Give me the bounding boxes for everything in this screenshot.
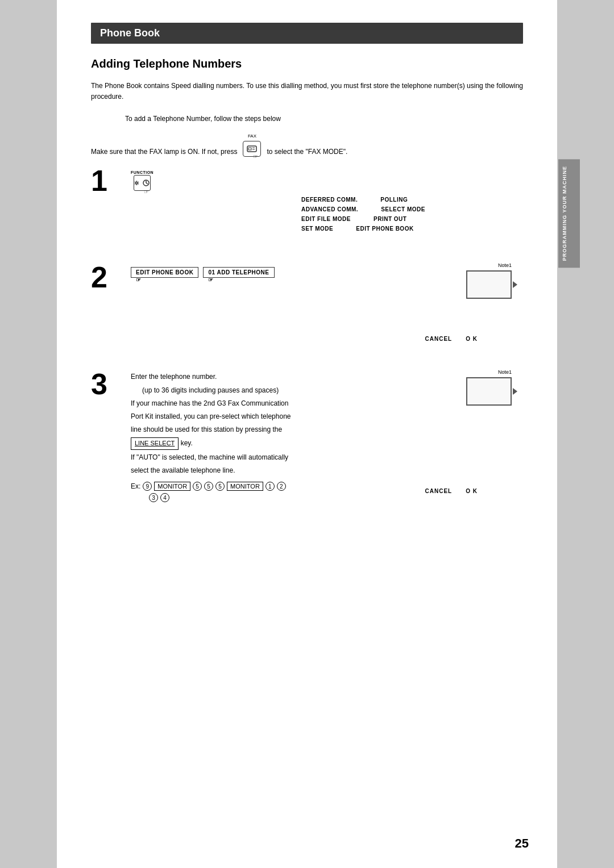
svg-line-7 <box>146 183 148 184</box>
circle-9: 9 <box>143 482 152 491</box>
step-2-lcd: Note1 <box>466 262 512 299</box>
step-2-row: 2 EDIT PHONE BOOK ☞ 01 ADD TELEPHONE ☞ N… <box>91 262 523 342</box>
menu-grid: DEFERRED COMM. POLLING ADVANCED COMM. SE… <box>301 197 523 232</box>
step-2-content: EDIT PHONE BOOK ☞ 01 ADD TELEPHONE ☞ <box>131 262 523 278</box>
intro-text: The Phone Book contains Speed dialling n… <box>91 81 523 102</box>
circle-5c: 5 <box>215 482 225 491</box>
example-line-2: 3 4 <box>131 493 523 502</box>
instruction-line: To add a Telephone Number, follow the st… <box>125 114 523 124</box>
step-3-number: 3 <box>91 369 125 399</box>
edit-phone-book-button[interactable]: EDIT PHONE BOOK ☞ <box>131 267 198 278</box>
fax-line: Make sure that the FAX lamp is ON. If no… <box>91 133 523 157</box>
menu-row-1: DEFERRED COMM. POLLING <box>301 197 523 203</box>
page-container: PROGRAMMING YOUR MACHINE Phone Book Addi… <box>57 0 557 868</box>
section-header: Phone Book <box>91 23 523 44</box>
header-title: Phone Book <box>100 27 160 39</box>
function-area: FUNCTION ✲ ☞ <box>131 170 523 191</box>
svg-rect-1 <box>248 148 251 150</box>
menu-row-3: EDIT FILE MODE PRINT OUT <box>301 216 523 222</box>
step-1-row: 1 FUNCTION ✲ <box>91 166 523 235</box>
lcd-display-2 <box>466 270 512 299</box>
circle-4: 4 <box>160 493 169 502</box>
monitor-box-1: MONITOR <box>154 482 190 491</box>
line-select-key: LINE SELECT <box>131 437 179 450</box>
fax-mode-button[interactable]: ☞ <box>243 141 261 157</box>
step3-cancel-label: CANCEL <box>425 488 453 494</box>
circle-1: 1 <box>265 482 275 491</box>
menu-row-4: SET MODE EDIT PHONE BOOK <box>301 226 523 232</box>
lcd-display-3 <box>466 377 512 406</box>
circle-5b: 5 <box>204 482 213 491</box>
circle-2: 2 <box>277 482 286 491</box>
step2-ok-label: O K <box>466 336 478 342</box>
step-1-number: 1 <box>91 166 125 195</box>
side-tab: PROGRAMMING YOUR MACHINE <box>558 159 580 268</box>
svg-text:✲: ✲ <box>134 180 139 186</box>
step3-ok-label: O K <box>466 488 478 494</box>
sub-heading: Adding Telephone Numbers <box>91 57 523 70</box>
add-telephone-button[interactable]: 01 ADD TELEPHONE ☞ <box>203 267 274 278</box>
step-2-number: 2 <box>91 262 125 292</box>
circle-5a: 5 <box>193 482 202 491</box>
step-3-row: 3 Enter the telephone number. (up to 36 … <box>91 369 523 528</box>
step-3-lcd: Note1 <box>466 369 512 406</box>
step-3-content: Enter the telephone number. (up to 36 di… <box>131 369 523 502</box>
step-1-content: FUNCTION ✲ ☞ <box>131 166 523 235</box>
menu-row-2: ADVANCED COMM. SELECT MODE <box>301 206 523 212</box>
step-2-button-bar: EDIT PHONE BOOK ☞ 01 ADD TELEPHONE ☞ <box>131 267 523 278</box>
monitor-box-2: MONITOR <box>227 482 263 491</box>
function-button[interactable]: ✲ ☞ <box>134 175 151 191</box>
step2-cancel-label: CANCEL <box>425 336 453 342</box>
circle-3: 3 <box>149 493 158 502</box>
page-number: 25 <box>515 836 529 851</box>
fax-button-area: FAX ☞ <box>243 133 261 157</box>
step-3-text: Enter the telephone number. (up to 36 di… <box>131 372 523 476</box>
